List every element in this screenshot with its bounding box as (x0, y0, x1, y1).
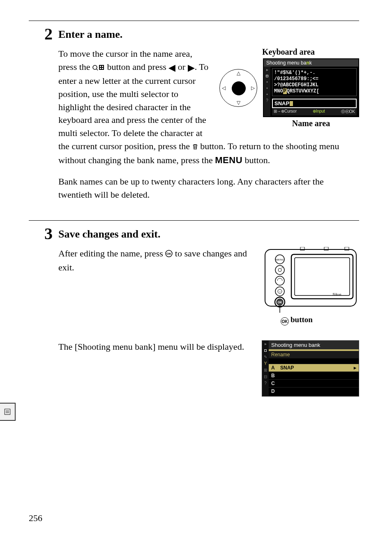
bank-menu-figure: ▸◘✎Y⊞⊟? Shooting menu bank Rename ASNAP▸… (262, 340, 359, 397)
bank-row-C: C (269, 379, 359, 387)
svg-text:Nikon: Nikon (332, 292, 341, 296)
name-input-box: SNAP (272, 99, 357, 108)
step-3-title: Save changes and exit. (58, 228, 359, 240)
svg-text:MENU: MENU (276, 258, 284, 261)
name-area-label: Name area (263, 119, 359, 128)
bank-menu-title: Shooting menu bank (269, 341, 359, 351)
multi-selector-diagram: △ ▽ ◁ ▷ (218, 67, 259, 108)
svg-rect-9 (100, 68, 101, 69)
bank-menu-subtitle: Rename (269, 351, 359, 358)
svg-text:?: ? (279, 291, 281, 293)
svg-point-4 (93, 65, 97, 69)
camera-back-figure: Nikon MENU ? OK (263, 247, 359, 326)
step-2-figure: Keyboard area △ ▽ ◁ ▷ Shooting me (218, 47, 359, 128)
step-2-number: 2 (29, 26, 58, 210)
svg-rect-12 (291, 254, 353, 299)
svg-text:OK: OK (166, 252, 171, 256)
svg-text:OK: OK (278, 301, 282, 304)
bank-sidebar-icons: ▸◘✎Y⊞⊟? (262, 341, 269, 396)
svg-line-5 (97, 69, 98, 70)
screen-sidebar-icons: ▸◘•••? (264, 67, 270, 116)
ok-circle-icon: OK (165, 248, 173, 261)
left-triangle-icon: ◀ (168, 61, 175, 74)
keyboard-screen: Shooting menu bank ▸◘•••? !"#$%&'()*+,-. (263, 58, 359, 117)
ok-button-caption: OKbutton (263, 315, 359, 326)
rule-mid (29, 220, 359, 221)
zoom-out-thumbnail-icon (92, 61, 105, 74)
trash-icon (192, 141, 198, 154)
step-3-number: 3 (29, 226, 58, 400)
svg-rect-7 (100, 66, 101, 67)
svg-rect-8 (102, 66, 103, 67)
bank-row-A: ASNAP▸ (269, 364, 359, 372)
step-2-title: Enter a name. (58, 28, 359, 41)
bank-row-B: B (269, 372, 359, 379)
keyboard-char-grid: !"#$%&'()*+,-. /0123456789:;<= >?@ABCDEF… (272, 68, 357, 96)
bank-row-D: D (269, 387, 359, 395)
rule-top (29, 21, 359, 21)
page-number: 256 (29, 513, 42, 524)
svg-rect-10 (102, 68, 103, 69)
keyboard-area-label: Keyboard area (218, 47, 359, 57)
right-triangle-icon: ▶ (188, 61, 195, 74)
menu-button-label: MENU (215, 155, 242, 165)
svg-rect-6 (99, 65, 104, 70)
side-tab-icon (0, 403, 16, 421)
